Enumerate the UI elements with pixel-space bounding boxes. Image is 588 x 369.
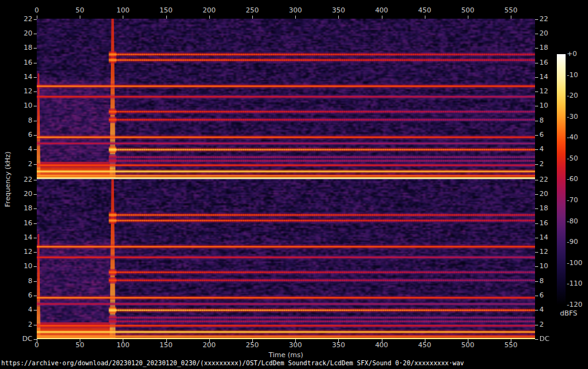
freq-tick-mark	[34, 48, 37, 49]
freq-tick-mark	[34, 339, 37, 340]
time-tick-mark	[37, 339, 37, 342]
db-tick-label: -90	[567, 238, 588, 246]
freq-tick-label: 14	[14, 73, 32, 81]
freq-tick-mark	[34, 149, 37, 150]
freq-tick-label: 10	[14, 263, 32, 270]
freq-tick-label: 12	[539, 248, 558, 256]
freq-tick-mark	[535, 325, 538, 325]
freq-dc-label: DC	[14, 335, 32, 343]
freq-tick-mark	[535, 339, 538, 340]
db-tick-label: -40	[567, 134, 588, 141]
freq-tick-label: 22	[14, 176, 32, 184]
freq-tick-label: 22	[14, 16, 32, 23]
freq-dc-label: DC	[539, 335, 558, 343]
freq-tick-mark	[535, 135, 538, 136]
time-tick-label: 150	[157, 342, 176, 349]
freq-tick-label: 14	[539, 73, 558, 81]
freq-tick-label: 16	[539, 59, 558, 67]
freq-tick-mark	[34, 325, 37, 325]
db-tick-label: +0	[567, 50, 588, 58]
freq-tick-label: 8	[539, 117, 558, 124]
time-tick-label: 50	[70, 7, 89, 14]
freq-tick-mark	[535, 149, 538, 150]
time-tick-label: 100	[113, 342, 132, 349]
freq-tick-mark	[535, 180, 538, 180]
time-tick-mark	[166, 339, 167, 342]
freq-tick-label: 12	[539, 88, 558, 95]
time-tick-mark	[123, 339, 123, 342]
freq-tick-label: 22	[539, 16, 558, 23]
freq-tick-label: 18	[539, 205, 558, 212]
db-tick-label: -50	[567, 155, 588, 162]
freq-tick-mark	[34, 310, 37, 311]
channel-divider-line	[37, 179, 535, 179]
freq-tick-mark	[34, 208, 37, 209]
freq-tick-label: 8	[539, 278, 558, 285]
time-tick-mark	[80, 339, 80, 342]
freq-tick-label: 16	[14, 220, 32, 227]
freq-tick-mark	[34, 238, 37, 238]
time-tick-mark	[468, 16, 468, 19]
freq-tick-mark	[535, 48, 538, 49]
freq-tick-label: 4	[539, 306, 558, 314]
time-tick-mark	[338, 16, 339, 19]
freq-tick-label: 12	[14, 248, 32, 256]
freq-tick-label: 20	[14, 30, 32, 37]
freq-tick-mark	[34, 91, 37, 92]
db-tick-label: -20	[567, 92, 588, 100]
freq-tick-label: 14	[539, 234, 558, 241]
db-tick-label: -10	[567, 72, 588, 79]
freq-tick-mark	[34, 106, 37, 106]
time-tick-label: 50	[70, 342, 89, 349]
freq-tick-label: 2	[14, 161, 32, 168]
freq-tick-mark	[535, 106, 538, 106]
freq-tick-label: 4	[539, 146, 558, 153]
freq-tick-mark	[34, 252, 37, 253]
freq-tick-label: 20	[539, 30, 558, 37]
time-tick-mark	[425, 16, 425, 19]
time-tick-label: 450	[415, 342, 434, 349]
freq-tick-mark	[535, 194, 538, 195]
freq-tick-mark	[34, 121, 37, 121]
freq-tick-mark	[34, 34, 37, 34]
time-tick-label: 100	[113, 7, 132, 14]
freq-tick-label: 16	[539, 220, 558, 227]
time-tick-mark	[468, 339, 468, 342]
time-tick-mark	[338, 339, 339, 342]
time-tick-label: 450	[415, 7, 434, 14]
dbfs-colorbar	[557, 54, 566, 305]
freq-tick-label: 18	[14, 44, 32, 52]
time-tick-label: 500	[458, 7, 477, 14]
time-tick-label: 150	[157, 7, 176, 14]
freq-tick-mark	[34, 180, 37, 180]
freq-tick-mark	[34, 296, 37, 296]
freq-tick-mark	[535, 208, 538, 209]
freq-tick-label: 8	[14, 278, 32, 285]
freq-tick-label: 10	[14, 102, 32, 110]
spek-spectrogram-view: Frequency (kHz) Time (ms) dBFS 005050100…	[0, 0, 588, 369]
freq-tick-mark	[34, 223, 37, 224]
time-tick-label: 350	[329, 342, 348, 349]
freq-tick-label: 8	[14, 117, 32, 124]
freq-tick-mark	[34, 19, 37, 20]
freq-tick-label: 22	[539, 176, 558, 184]
freq-tick-mark	[535, 252, 538, 253]
freq-tick-label: 6	[539, 131, 558, 139]
freq-tick-label: 6	[539, 292, 558, 299]
freq-tick-label: 20	[539, 190, 558, 198]
freq-tick-mark	[34, 135, 37, 136]
freq-tick-label: 4	[14, 146, 32, 153]
time-tick-mark	[123, 16, 123, 19]
freq-tick-label: 18	[14, 205, 32, 212]
freq-tick-mark	[535, 266, 538, 267]
db-tick-label: -110	[567, 280, 588, 287]
freq-tick-mark	[535, 34, 538, 34]
time-tick-mark	[511, 339, 511, 342]
freq-tick-label: 2	[539, 161, 558, 168]
freq-tick-mark	[34, 266, 37, 267]
freq-tick-label: 2	[14, 321, 32, 329]
spectrogram-channel-2	[37, 179, 535, 339]
freq-tick-mark	[535, 63, 538, 63]
time-tick-label: 300	[286, 7, 305, 14]
freq-tick-label: 14	[14, 234, 32, 241]
